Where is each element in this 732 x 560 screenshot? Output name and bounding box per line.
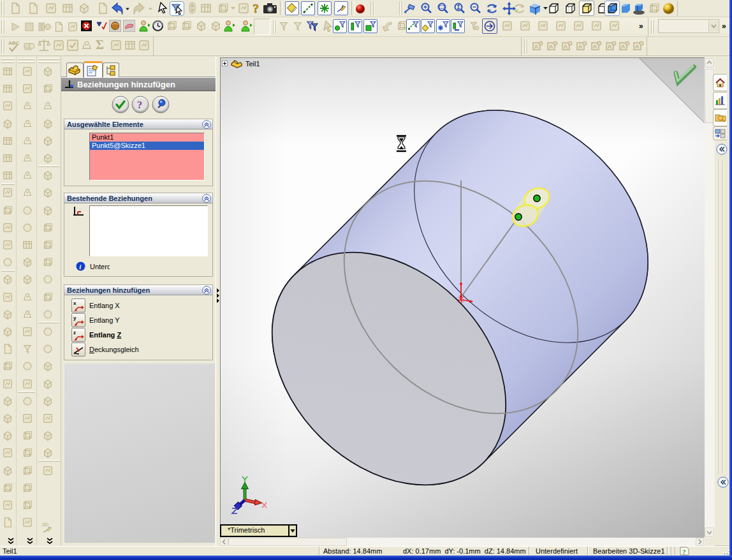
svg-text:3D: 3D [42,522,48,527]
svg-text:?: ? [137,99,142,110]
svg-text:y: y [73,315,77,321]
svg-text:?: ? [682,548,686,556]
svg-text:?: ? [253,2,259,15]
svg-text:z: z [73,330,76,335]
svg-text:x: x [73,300,77,306]
